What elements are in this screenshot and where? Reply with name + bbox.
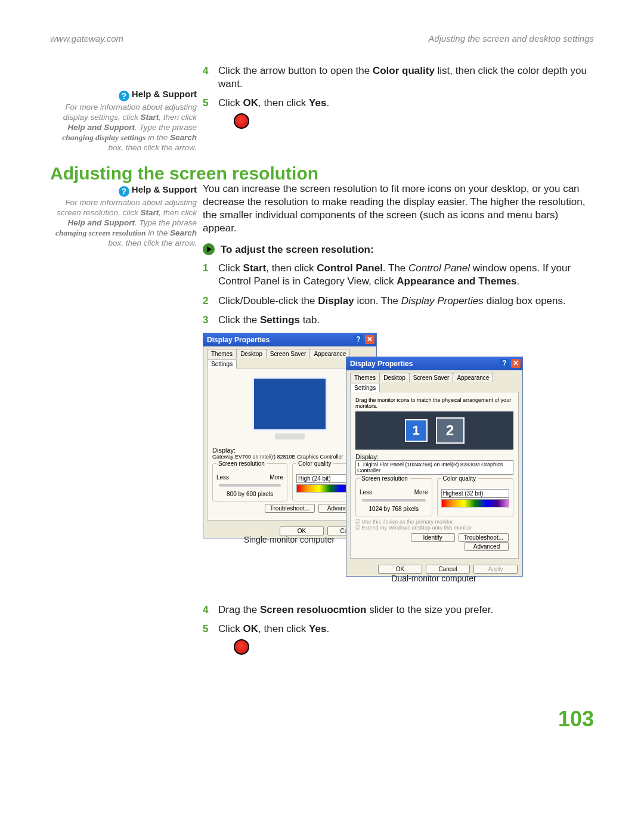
- tab-appearance[interactable]: Appearance: [309, 349, 350, 358]
- record-icon: [234, 113, 249, 129]
- primary-monitor-checkbox[interactable]: ☑ Use this device as the primary monitor…: [355, 519, 513, 525]
- help-icon: ?: [119, 186, 129, 197]
- page-number: 103: [558, 707, 594, 732]
- display-label: Display:: [355, 453, 513, 460]
- advanced-button[interactable]: Advanced: [465, 542, 509, 551]
- header-section: Adjusting the screen and desktop setting…: [428, 33, 594, 44]
- rainbow-icon: [441, 499, 510, 507]
- intro-paragraph: You can increase the screen resolution t…: [203, 182, 594, 235]
- help-support-sidebar-2: ?Help & Support For more information abo…: [50, 184, 197, 248]
- color-quality-select[interactable]: Highest (32 bit): [441, 489, 510, 498]
- color-quality-group: Color quality Highest (32 bit): [437, 478, 514, 516]
- section-body: You can increase the screen resolution t…: [203, 182, 594, 333]
- display-select[interactable]: 1. Digital Flat Panel (1024x768) on Inte…: [355, 460, 513, 475]
- tab-screensaver[interactable]: Screen Saver: [266, 349, 311, 358]
- close-icon[interactable]: ✕: [365, 335, 374, 344]
- apply-button[interactable]: Apply: [473, 565, 518, 574]
- dual-monitor-caption: Dual-monitor computer: [346, 574, 522, 583]
- dialog-titlebar[interactable]: Display Properties?✕: [203, 333, 376, 346]
- ok-button[interactable]: OK: [378, 565, 422, 574]
- dialog-screenshots: Display Properties?✕ ThemesDesktopScreen…: [203, 333, 594, 589]
- tab-appearance[interactable]: Appearance: [453, 373, 493, 382]
- monitor-arrangement[interactable]: 12: [355, 411, 513, 450]
- help-button-icon[interactable]: ?: [500, 359, 509, 368]
- proc-step-3: 3 Click the Settings tab.: [203, 314, 594, 327]
- page-header: www.gateway.com Adjusting the screen and…: [50, 33, 594, 45]
- help-support-body-2: For more information about adjusting scr…: [50, 198, 197, 248]
- tab-settings[interactable]: Settings: [207, 359, 237, 368]
- bottom-steps: 4 Drag the Screen resoluocmtion slider t…: [203, 603, 594, 664]
- step-4: 4 Click the arrow button to open the Col…: [203, 64, 594, 91]
- top-steps: 4 Click the arrow button to open the Col…: [203, 64, 594, 138]
- display-value: Gateway EV700 on Intel(r) 82810E Graphic…: [212, 454, 367, 460]
- tab-desktop[interactable]: Desktop: [379, 373, 410, 382]
- resolution-slider[interactable]: [219, 484, 281, 487]
- help-support-body-1: For more information about adjusting dis…: [50, 103, 197, 153]
- record-icon: [234, 639, 249, 655]
- proc-step-5: 5 Click OK, then click Yes.: [203, 623, 594, 658]
- display-properties-dialog-dual: Display Properties?✕ ThemesDesktopScreen…: [346, 357, 523, 577]
- proc-step-4: 4 Drag the Screen resoluocmtion slider t…: [203, 603, 594, 617]
- tab-themes[interactable]: Themes: [350, 373, 380, 382]
- screen-resolution-group: Screen resolution LessMore 1024 by 768 p…: [355, 478, 432, 516]
- display-label: Display:: [212, 447, 367, 454]
- procedure-title: To adjust the screen resolution:: [203, 243, 594, 256]
- identify-button[interactable]: Identify: [411, 533, 455, 542]
- extend-desktop-checkbox[interactable]: ☑ Extend my Windows desktop onto this mo…: [355, 525, 513, 531]
- troubleshoot-button[interactable]: Troubleshoot...: [265, 504, 315, 513]
- troubleshoot-button[interactable]: Troubleshoot...: [459, 533, 509, 542]
- cancel-button[interactable]: Cancel: [426, 565, 470, 574]
- tab-themes[interactable]: Themes: [207, 349, 237, 358]
- ok-button[interactable]: OK: [280, 527, 324, 535]
- header-url: www.gateway.com: [50, 33, 123, 44]
- proc-step-2: 2 Click/Double-click the Display icon. T…: [203, 295, 594, 308]
- tab-settings[interactable]: Settings: [350, 383, 380, 392]
- monitor-1-icon[interactable]: 1: [405, 419, 428, 442]
- tab-desktop[interactable]: Desktop: [236, 349, 267, 358]
- step-5: 5 Click OK, then click Yes.: [203, 97, 594, 132]
- help-support-sidebar-1: ?Help & Support For more information abo…: [50, 89, 197, 153]
- drag-hint: Drag the monitor icons to match the phys…: [355, 397, 513, 409]
- resolution-value: 800 by 600 pixels: [216, 491, 283, 497]
- tab-screensaver[interactable]: Screen Saver: [409, 373, 454, 382]
- close-icon[interactable]: ✕: [511, 359, 521, 368]
- monitor-preview-icon: [245, 377, 335, 445]
- dialog-titlebar[interactable]: Display Properties?✕: [346, 357, 522, 370]
- screen-resolution-group: Screen resolution LessMore 800 by 600 pi…: [212, 463, 287, 501]
- help-button-icon[interactable]: ?: [354, 335, 363, 344]
- resolution-value: 1024 by 768 pixels: [360, 506, 428, 512]
- section-heading: Adjusting the screen resolution: [50, 163, 318, 184]
- resolution-slider[interactable]: [362, 499, 426, 502]
- monitor-2-icon[interactable]: 2: [436, 417, 465, 444]
- play-icon: [203, 243, 215, 255]
- proc-step-1: 1 Click Start, then click Control Panel.…: [203, 262, 594, 288]
- help-icon: ?: [119, 91, 129, 101]
